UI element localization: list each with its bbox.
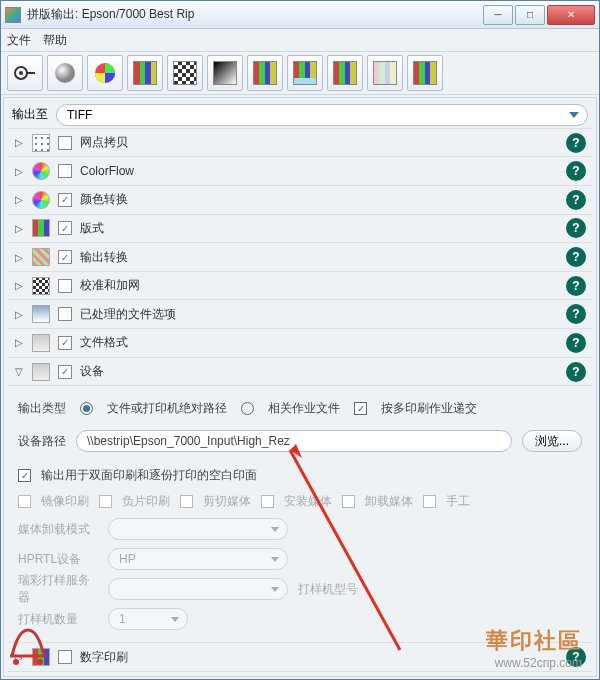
tool-swatches-1[interactable] bbox=[127, 55, 163, 91]
expand-icon[interactable]: ▷ bbox=[14, 194, 24, 205]
tool-gradient[interactable] bbox=[207, 55, 243, 91]
blank-pages-row: 输出用于双面印刷和逐份打印的空白印面 bbox=[18, 462, 582, 488]
expand-icon[interactable]: ▷ bbox=[14, 137, 24, 148]
outputconvert-icon bbox=[32, 248, 50, 266]
expand-icon[interactable]: ▷ bbox=[14, 166, 24, 177]
output-format-dropdown[interactable]: TIFF bbox=[56, 104, 588, 126]
row-colorconvert[interactable]: ▷ 颜色转换 ? bbox=[8, 186, 592, 215]
help-icon[interactable]: ? bbox=[566, 276, 586, 296]
watermark-name: 華印社區 bbox=[486, 626, 582, 656]
help-icon[interactable]: ? bbox=[566, 190, 586, 210]
titlebar: 拼版输出: Epson/7000 Best Rip ─ □ ✕ bbox=[1, 1, 599, 29]
fileformat-icon bbox=[32, 334, 50, 352]
processed-icon bbox=[32, 305, 50, 323]
tool-swatches-2[interactable] bbox=[247, 55, 283, 91]
tool-sphere[interactable] bbox=[47, 55, 83, 91]
manual-checkbox bbox=[423, 495, 436, 508]
help-icon[interactable]: ? bbox=[566, 133, 586, 153]
row-checkbox[interactable] bbox=[58, 279, 72, 293]
row-halftone[interactable]: ▷ 网点拷贝 ? bbox=[8, 129, 592, 158]
tool-swatches-3[interactable] bbox=[287, 55, 323, 91]
blank-pages-checkbox[interactable] bbox=[18, 469, 31, 482]
device-icon bbox=[32, 363, 50, 381]
media-unload-dropdown bbox=[108, 518, 288, 540]
mirror-checkbox bbox=[18, 495, 31, 508]
close-button[interactable]: ✕ bbox=[547, 5, 595, 25]
help-icon[interactable]: ? bbox=[566, 247, 586, 267]
proof-server-dropdown bbox=[108, 578, 288, 600]
device-panel: 输出类型 文件或打印机绝对路径 相关作业文件 按多印刷作业递交 设备路径 \\b… bbox=[8, 386, 592, 643]
row-outputconvert[interactable]: ▷ 输出转换 ? bbox=[8, 243, 592, 272]
row-checkbox[interactable] bbox=[58, 336, 72, 350]
expand-icon[interactable]: ▷ bbox=[14, 252, 24, 263]
expand-icon[interactable]: ▷ bbox=[14, 309, 24, 320]
submit-multijob-checkbox[interactable] bbox=[354, 402, 367, 415]
browse-button[interactable]: 浏览... bbox=[522, 430, 582, 452]
row-layout[interactable]: ▷ 版式 ? bbox=[8, 215, 592, 244]
collapse-icon[interactable]: ▽ bbox=[14, 366, 24, 377]
svg-point-1 bbox=[19, 71, 23, 75]
print-options-row: 镜像印刷 负片印刷 剪切媒体 安装媒体 卸载媒体 手工 bbox=[18, 488, 582, 514]
watermark: 華印社區 www.52cnp.com bbox=[486, 626, 582, 670]
menu-help[interactable]: 帮助 bbox=[43, 32, 67, 49]
tool-swatches-faded[interactable] bbox=[367, 55, 403, 91]
output-type-label: 输出类型 bbox=[18, 400, 66, 417]
output-to-label: 输出至 bbox=[12, 106, 48, 123]
row-checkbox[interactable] bbox=[58, 193, 72, 207]
radio-absolute-path[interactable] bbox=[80, 402, 93, 415]
tool-swatches-5[interactable] bbox=[407, 55, 443, 91]
tool-colorwheel[interactable] bbox=[87, 55, 123, 91]
maximize-button[interactable]: □ bbox=[515, 5, 545, 25]
tool-checker[interactable] bbox=[167, 55, 203, 91]
proof-qty-input: 1 bbox=[108, 608, 188, 630]
svg-point-9 bbox=[37, 659, 43, 665]
radio-relative-jobfile[interactable] bbox=[241, 402, 254, 415]
trim-checkbox bbox=[180, 495, 193, 508]
help-icon[interactable]: ? bbox=[566, 218, 586, 238]
row-label: 网点拷贝 bbox=[80, 134, 558, 151]
row-checkbox[interactable] bbox=[58, 250, 72, 264]
window-controls: ─ □ ✕ bbox=[481, 5, 595, 25]
device-path-input[interactable]: \\bestrip\Epson_7000_Input\High_Rez bbox=[76, 430, 512, 452]
tool-target[interactable] bbox=[7, 55, 43, 91]
colorflow-icon bbox=[32, 162, 50, 180]
row-colorflow[interactable]: ▷ ColorFlow ? bbox=[8, 157, 592, 186]
row-label: 设备 bbox=[80, 363, 558, 380]
row-processed[interactable]: ▷ 已处理的文件选项 ? bbox=[8, 300, 592, 329]
menubar: 文件 帮助 bbox=[1, 29, 599, 51]
help-icon[interactable]: ? bbox=[566, 333, 586, 353]
menu-file[interactable]: 文件 bbox=[7, 32, 31, 49]
minimize-button[interactable]: ─ bbox=[483, 5, 513, 25]
row-checkbox[interactable] bbox=[58, 650, 72, 664]
row-checkbox[interactable] bbox=[58, 164, 72, 178]
row-checkbox[interactable] bbox=[58, 221, 72, 235]
calibrate-icon bbox=[32, 277, 50, 295]
row-label: 输出转换 bbox=[80, 249, 558, 266]
help-icon[interactable]: ? bbox=[566, 362, 586, 382]
watermark-url: www.52cnp.com bbox=[486, 656, 582, 670]
row-checkbox[interactable] bbox=[58, 136, 72, 150]
row-calibrate[interactable]: ▷ 校准和加网 ? bbox=[8, 272, 592, 301]
media-unload-row: 媒体卸载模式 bbox=[18, 514, 582, 544]
row-label: 颜色转换 bbox=[80, 191, 558, 208]
hprtl-dropdown: HP bbox=[108, 548, 288, 570]
help-icon[interactable]: ? bbox=[566, 161, 586, 181]
svg-point-8 bbox=[13, 659, 19, 665]
hprtl-row: HPRTL设备 HP bbox=[18, 544, 582, 574]
row-checkbox[interactable] bbox=[58, 307, 72, 321]
row-device[interactable]: ▽ 设备 ? bbox=[8, 358, 592, 387]
colorconvert-icon bbox=[32, 191, 50, 209]
output-type-row: 输出类型 文件或打印机绝对路径 相关作业文件 按多印刷作业递交 bbox=[18, 394, 582, 422]
row-checkbox[interactable] bbox=[58, 365, 72, 379]
proof-server-row: 瑞彩打样服务器 打样机型号 bbox=[18, 574, 582, 604]
expand-icon[interactable]: ▷ bbox=[14, 337, 24, 348]
expand-icon[interactable]: ▷ bbox=[14, 223, 24, 234]
expand-icon[interactable]: ▷ bbox=[14, 280, 24, 291]
row-fileformat[interactable]: ▷ 文件格式 ? bbox=[8, 329, 592, 358]
app-window: 拼版输出: Epson/7000 Best Rip ─ □ ✕ 文件 帮助 输出… bbox=[0, 0, 600, 680]
tool-swatches-4[interactable] bbox=[327, 55, 363, 91]
device-path-label: 设备路径 bbox=[18, 433, 66, 450]
help-icon[interactable]: ? bbox=[566, 304, 586, 324]
row-label: 版式 bbox=[80, 220, 558, 237]
layout-icon bbox=[32, 219, 50, 237]
